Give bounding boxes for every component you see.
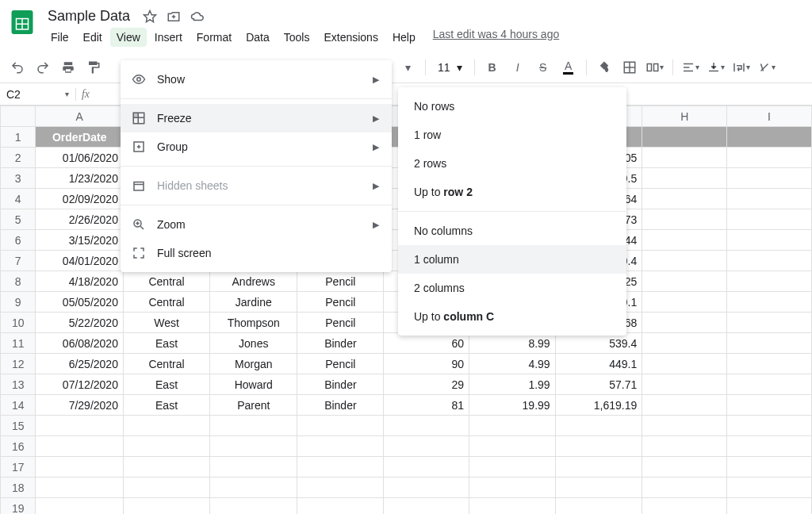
cell[interactable] <box>210 478 297 498</box>
menu-tools[interactable]: Tools <box>278 28 316 47</box>
cell[interactable] <box>727 148 812 168</box>
cell[interactable]: 4.99 <box>469 354 555 374</box>
view-show[interactable]: Show ▶ <box>121 65 392 94</box>
column-header[interactable]: A <box>36 106 123 127</box>
cell[interactable] <box>727 168 812 189</box>
cell[interactable]: Jardine <box>210 292 297 313</box>
cell[interactable] <box>36 457 123 478</box>
row-header[interactable]: 4 <box>1 189 36 209</box>
borders-button[interactable] <box>619 56 641 79</box>
cell[interactable]: Pencil <box>297 354 384 374</box>
cell[interactable] <box>384 478 469 498</box>
freeze-1-column[interactable]: 1 column <box>398 245 626 274</box>
fill-color-button[interactable] <box>593 56 615 79</box>
column-header[interactable]: I <box>727 106 812 127</box>
row-header[interactable]: 2 <box>1 148 36 168</box>
cell[interactable] <box>384 457 469 478</box>
cell[interactable] <box>469 498 555 515</box>
vertical-align-button[interactable]: ▾ <box>705 56 727 79</box>
cell[interactable]: 1.99 <box>469 374 555 395</box>
cell[interactable]: 4/18/2020 <box>36 271 123 292</box>
cell[interactable] <box>384 436 469 457</box>
cell[interactable] <box>642 354 727 374</box>
cell[interactable] <box>123 416 209 436</box>
cell[interactable]: 19.99 <box>469 395 555 416</box>
cell[interactable] <box>642 209 727 230</box>
cell[interactable]: 04/01/2020 <box>36 251 123 271</box>
cell[interactable] <box>727 374 812 395</box>
cell[interactable]: Binder <box>297 374 384 395</box>
cell[interactable] <box>123 436 209 457</box>
last-edit-link[interactable]: Last edit was 4 hours ago <box>433 28 560 47</box>
cell[interactable] <box>642 374 727 395</box>
freeze-2-rows[interactable]: 2 rows <box>398 149 626 178</box>
horizontal-align-button[interactable]: ▾ <box>680 56 702 79</box>
cell[interactable] <box>727 416 812 436</box>
cell[interactable] <box>297 498 384 515</box>
cell[interactable] <box>642 313 727 333</box>
cell[interactable] <box>727 457 812 478</box>
cell[interactable]: 7/29/2020 <box>36 395 123 416</box>
cell[interactable]: Binder <box>297 395 384 416</box>
cell[interactable]: 2/26/2020 <box>36 209 123 230</box>
cell[interactable] <box>384 416 469 436</box>
row-header[interactable]: 6 <box>1 230 36 251</box>
row-header[interactable]: 5 <box>1 209 36 230</box>
cell[interactable] <box>36 436 123 457</box>
row-header[interactable]: 13 <box>1 374 36 395</box>
cell[interactable]: Central <box>123 271 209 292</box>
cell[interactable] <box>642 148 727 168</box>
menu-data[interactable]: Data <box>239 28 276 47</box>
cell[interactable]: West <box>123 313 209 333</box>
cell[interactable] <box>642 436 727 457</box>
cell[interactable]: 3/15/2020 <box>36 230 123 251</box>
column-header[interactable]: H <box>642 106 727 127</box>
cell[interactable] <box>555 478 642 498</box>
freeze-2-columns[interactable]: 2 columns <box>398 274 626 302</box>
merge-cells-button[interactable]: ▾ <box>644 56 666 79</box>
cell[interactable]: Central <box>123 354 209 374</box>
row-header[interactable]: 3 <box>1 168 36 189</box>
cell[interactable] <box>123 478 209 498</box>
cell[interactable]: Parent <box>210 395 297 416</box>
cell[interactable]: Pencil <box>297 313 384 333</box>
view-full-screen[interactable]: Full screen <box>121 239 392 267</box>
cell[interactable]: East <box>123 333 209 354</box>
name-box[interactable]: C2 ▾ <box>0 88 76 101</box>
cell[interactable] <box>642 189 727 209</box>
sheets-logo[interactable] <box>6 6 38 38</box>
cell[interactable] <box>642 251 727 271</box>
cell[interactable]: 06/08/2020 <box>36 333 123 354</box>
cell[interactable] <box>469 436 555 457</box>
cell[interactable] <box>642 230 727 251</box>
cell[interactable] <box>642 292 727 313</box>
cell[interactable] <box>727 209 812 230</box>
cell[interactable]: East <box>123 374 209 395</box>
freeze-up-to-row[interactable]: Up to row 2 <box>398 178 626 206</box>
row-header[interactable]: 8 <box>1 271 36 292</box>
cell[interactable] <box>469 416 555 436</box>
cell[interactable] <box>642 168 727 189</box>
cell[interactable]: 539.4 <box>555 333 642 354</box>
cell[interactable]: Thompson <box>210 313 297 333</box>
cell[interactable] <box>210 416 297 436</box>
cell[interactable] <box>297 416 384 436</box>
menu-help[interactable]: Help <box>386 28 422 47</box>
cell[interactable]: 449.1 <box>555 354 642 374</box>
row-header[interactable]: 9 <box>1 292 36 313</box>
cell[interactable] <box>36 416 123 436</box>
cell[interactable] <box>555 436 642 457</box>
cell[interactable] <box>469 478 555 498</box>
cell[interactable]: 02/09/2020 <box>36 189 123 209</box>
cell[interactable]: Jones <box>210 333 297 354</box>
italic-button[interactable]: I <box>507 56 529 79</box>
cell[interactable] <box>210 436 297 457</box>
cell[interactable] <box>469 457 555 478</box>
cell[interactable] <box>727 189 812 209</box>
star-icon[interactable] <box>143 10 157 24</box>
freeze-no-columns[interactable]: No columns <box>398 217 626 245</box>
cell[interactable]: 05/05/2020 <box>36 292 123 313</box>
cell[interactable]: 81 <box>384 395 469 416</box>
undo-button[interactable] <box>6 56 29 79</box>
cell[interactable] <box>727 395 812 416</box>
